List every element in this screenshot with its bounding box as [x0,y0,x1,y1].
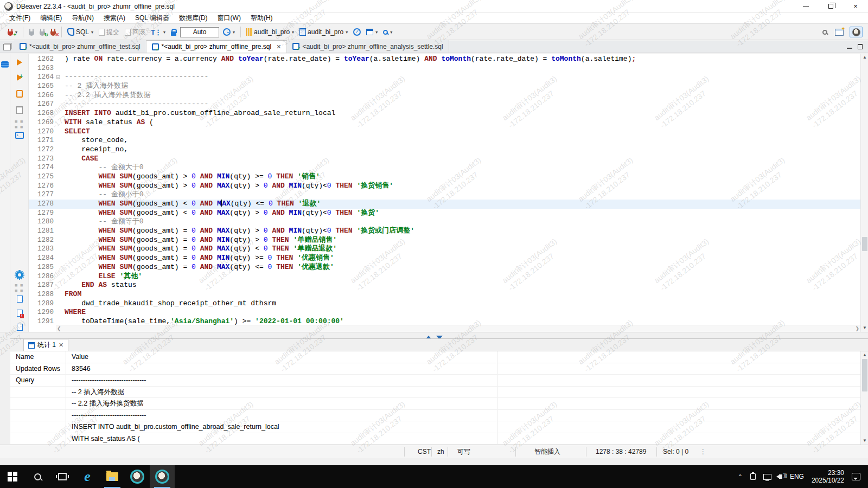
open-console-button[interactable]: ›_ [15,131,24,139]
database-selector[interactable]: audit_bi_pro▾ [298,27,349,37]
sql-editor-button[interactable]: SQL▾ [66,27,95,37]
code-line-1264[interactable]: 1264–---------------------------------- [29,73,860,82]
explain-plan-button[interactable] [15,106,24,114]
toolbar-search-button[interactable]: ▾ [381,29,394,36]
editor-settings-button[interactable] [15,271,24,279]
taskbar-search-button[interactable] [25,465,50,488]
code-line-1283[interactable]: 1283 WHEN SUM(goods_amt) = 0 AND MAX(qty… [29,245,860,254]
editor-tab-1[interactable]: *<audit_bi_pro> zhumr_offline_test.sql [14,40,146,53]
table-row-2[interactable]: Query--------------------------------- [10,375,860,387]
commit-mode-select[interactable]: Auto [180,27,219,37]
close-tab-icon[interactable]: ✕ [59,342,63,349]
close-button[interactable]: × [843,0,868,12]
commit-button[interactable]: 提交 [97,27,121,38]
code-line-1286[interactable]: 1286 ELSE '其他' [29,272,860,281]
code-line-1272[interactable]: 1272 receipt_no, [29,145,860,155]
code-line-1284[interactable]: 1284 WHEN SUM(goods_amt) = 0 AND MIN(qty… [29,254,860,263]
execute-new-tab-button[interactable]: + [15,73,24,82]
transaction-history-button[interactable]: ▾ [221,27,237,37]
code-line-1285[interactable]: 1285 WHEN SUM(goods_amt) = 0 AND MAX(qty… [29,263,860,272]
action-center-icon[interactable] [852,473,860,480]
connect-button[interactable] [27,28,36,37]
dbeaver-taskbar-button[interactable] [125,465,150,488]
disconnect-button[interactable]: ✕ [49,28,58,37]
table-row-7[interactable]: WITH sale_status AS ( [10,433,860,445]
start-button[interactable] [0,465,25,488]
table-row-1[interactable]: Updated Rows83546 [10,363,860,375]
code-line-1275[interactable]: 1275 WHEN SUM(goods_amt) > 0 AND MIN(qty… [29,172,860,182]
execute-statement-button[interactable] [15,58,24,67]
validate-script-button[interactable] [15,309,24,317]
code-line-1290[interactable]: 1290WHERE [29,308,860,317]
code-line-1265[interactable]: 1265-- 2 插入海外数据 [29,82,860,91]
dashboard-button[interactable] [352,27,362,37]
table-row-3[interactable]: -- 2 插入海外数据 [10,387,860,399]
code-line-1289[interactable]: 1289 dwd_trade_hkaudit_shop_receipt_othe… [29,299,860,309]
table-row-5[interactable]: --------------------------------- [10,410,860,422]
execute-script-button[interactable] [15,89,24,98]
table-row-4[interactable]: -- 2.2 插入海外换货数据 [10,398,860,410]
taskbar-clock[interactable]: 23:30 2025/10/22 [812,469,844,484]
code-line-1288[interactable]: 1288FROM [29,290,860,299]
code-line-1281[interactable]: 1281 WHEN SUM(goods_amt) = 0 AND MAX(qty… [29,227,860,236]
close-tab-icon[interactable]: ✕ [276,43,281,50]
connection-selector[interactable]: audit_bi_pro▾ [245,27,296,37]
scroll-down-icon[interactable]: ▼ [861,324,868,332]
lock-button[interactable] [169,28,178,37]
tray-expand-icon[interactable]: ⌃ [738,473,743,480]
network-icon[interactable] [763,474,771,480]
minimize-button[interactable] [793,0,818,12]
code-line-1277[interactable]: 1277 -- 金额小于0 [29,190,860,200]
results-scrollbar[interactable]: ▲ ▼ [860,351,868,445]
results-scroll-down-icon[interactable]: ▼ [861,437,868,445]
results-scroll-up-icon[interactable]: ▲ [861,351,868,359]
volume-icon[interactable] [779,474,782,479]
menu-item-5[interactable]: SQL 编辑器 [130,12,174,24]
menu-item-3[interactable]: 导航(N) [67,12,99,24]
dbeaver-perspective-button[interactable] [850,27,863,37]
code-line-1268[interactable]: 1268INSERT INTO audit_bi_pro.custom_offl… [29,109,860,118]
code-line-1269[interactable]: 1269WITH sale_status AS ( [29,118,860,127]
results-scrollbar-thumb[interactable] [862,359,867,391]
export-result-button[interactable] [15,294,24,303]
scroll-up-icon[interactable]: ▲ [861,54,868,61]
save-file-button[interactable] [15,323,24,331]
menu-item-6[interactable]: 数据库(D) [174,12,213,24]
database-navigator-icon[interactable] [1,61,9,68]
statistics-tab[interactable]: 统计 1 ✕ [23,339,68,351]
input-language[interactable]: ENG [790,473,804,480]
editor-tab-3[interactable]: <audit_bi_pro> zhumr_offline_analysis_se… [287,40,449,53]
code-line-1263[interactable]: 1263 [29,64,860,73]
editor-horizontal-scrollbar[interactable]: ❮ ❯ [56,325,860,332]
scrollbar-thumb[interactable] [862,237,867,251]
task-view-button[interactable] [50,465,75,488]
internet-explorer-button[interactable]: e [75,465,100,488]
code-line-1274[interactable]: 1274 -- 金额大于0 [29,163,860,172]
menu-item-7[interactable]: 窗口(W) [213,12,246,24]
code-line-1282[interactable]: 1282 WHEN SUM(goods_amt) = 0 AND MIN(qty… [29,236,860,245]
scroll-right-icon[interactable]: ❯ [855,326,859,331]
menu-item-4[interactable]: 搜索(A) [99,12,130,24]
usb-icon[interactable] [750,473,756,480]
restore-panel-icon[interactable] [3,44,11,50]
table-row-6[interactable]: INSERT INTO audit_bi_pro.custom_offline_… [10,421,860,433]
dbeaver-taskbar-button-active[interactable] [150,465,175,488]
open-perspective-button[interactable] [833,28,845,37]
panel-sash[interactable] [0,332,868,338]
code-line-1273[interactable]: 1273 CASE [29,155,860,164]
sql-code-editor[interactable]: 1262) rate ON rate.currency = a.currency… [29,54,868,332]
file-explorer-button[interactable] [100,465,125,488]
code-line-1280[interactable]: 1280 -- 金额等于0 [29,217,860,227]
menu-item-1[interactable]: 文件(F) [4,12,35,24]
code-line-1287[interactable]: 1287 END AS status [29,281,860,290]
compare-button[interactable]: ▾ [365,28,379,36]
column-header-name[interactable]: Name [10,351,66,363]
reconnect-button[interactable]: ↻ [38,28,47,37]
code-line-1270[interactable]: 1270SELECT [29,127,860,137]
code-line-1262[interactable]: 1262) rate ON rate.currency = a.currency… [29,55,860,64]
code-line-1276[interactable]: 1276 WHEN SUM(goods_amt) > 0 AND MAX(qty… [29,182,860,191]
rollback-button[interactable]: 回滚 [123,27,147,38]
code-line-1267[interactable]: 1267---------------------------------- [29,100,860,109]
menu-item-2[interactable]: 编辑(E) [35,12,67,24]
editor-vertical-scrollbar[interactable]: ▲ ▼ [860,54,868,332]
